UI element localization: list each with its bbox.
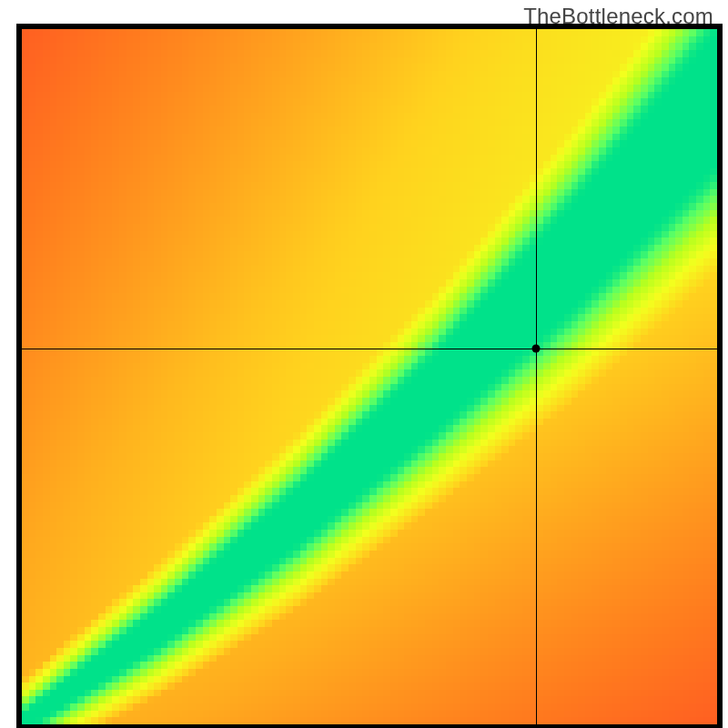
watermark-text: TheBottleneck.com bbox=[523, 4, 713, 29]
plot-area bbox=[16, 24, 723, 728]
chart-container: TheBottleneck.com bbox=[0, 0, 728, 728]
heatmap-canvas bbox=[22, 29, 717, 724]
